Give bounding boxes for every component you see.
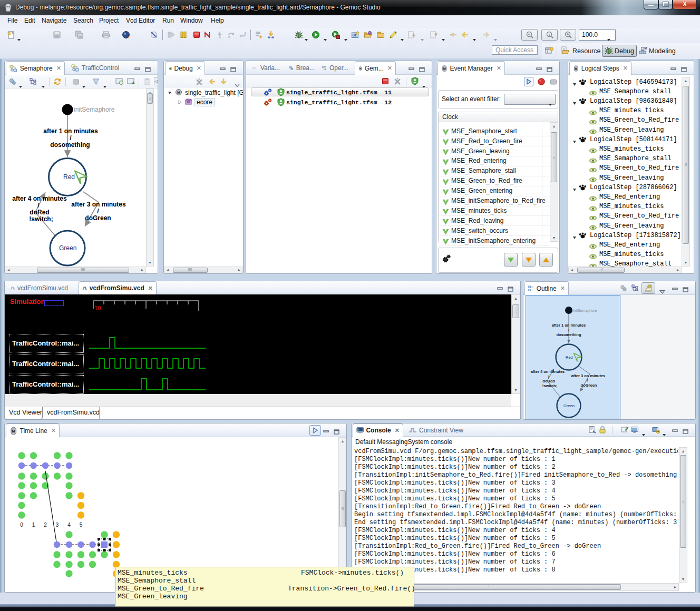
svg-text:2: 2 [44,522,47,528]
svg-text:Green: Green [59,244,76,252]
svg-text:4: 4 [67,522,71,528]
svg-text:dosomething: dosomething [556,332,581,337]
svg-text:1: 1 [32,522,35,528]
svg-text:M: M [644,46,647,50]
svg-text:doRed: doRed [30,209,49,216]
svg-text:5: 5 [80,522,83,528]
svg-text:initSemaphore: initSemaphore [573,309,597,313]
svg-text:after 1 on minutes: after 1 on minutes [43,127,98,135]
svg-text:3: 3 [56,522,59,528]
svg-text:/: / [587,378,588,383]
svg-text:/: / [70,134,72,142]
svg-text:/: / [37,202,40,209]
svg-text:after 4 on minutes: after 4 on minutes [531,369,565,374]
svg-text:after 3 on minutes: after 3 on minutes [571,373,606,378]
svg-text:after 1 on minutes: after 1 on minutes [552,323,586,328]
svg-text:Red: Red [566,355,573,360]
svg-text:Gr: Gr [353,33,357,37]
svg-text:!switch;: !switch; [29,215,53,223]
svg-text:after 3 on minutes: after 3 on minutes [71,201,126,208]
svg-text:doGreen: doGreen [581,383,597,388]
svg-text:initSemaphore: initSemaphore [74,106,115,113]
svg-text:1: 1 [548,33,550,36]
svg-text:/: / [568,328,570,332]
svg-text:doRed: doRed [542,379,555,383]
svg-text:0: 0 [20,522,23,528]
svg-text:/: / [97,208,99,215]
svg-text:after 4 on minutes: after 4 on minutes [12,195,67,202]
svg-text:!switch;: !switch; [542,383,557,388]
svg-text:doGreen: doGreen [85,214,111,222]
svg-text:Green: Green [563,403,575,408]
svg-text:Red: Red [63,173,75,181]
svg-text:dosomething: dosomething [50,141,90,149]
svg-text:10: 10 [94,305,101,311]
svg-text:(x)=: (x)= [252,67,256,69]
